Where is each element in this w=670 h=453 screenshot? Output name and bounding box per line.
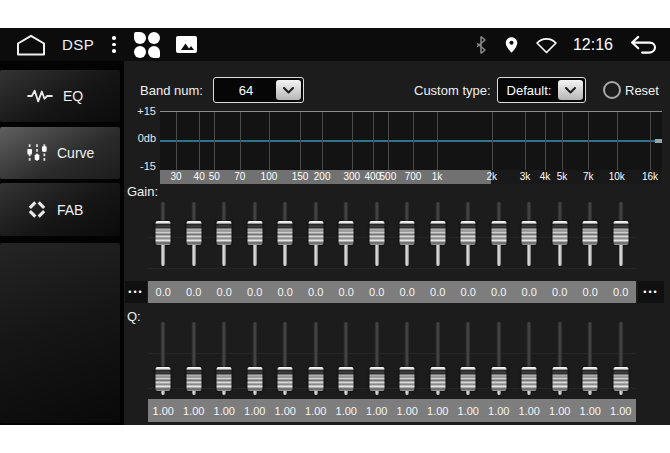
slider-thumb[interactable]: [308, 367, 323, 391]
slider-thumb[interactable]: [522, 367, 537, 391]
gain-slider[interactable]: [392, 200, 423, 268]
slider-thumb[interactable]: [430, 367, 445, 391]
q-slider[interactable]: [423, 320, 454, 395]
slider-thumb[interactable]: [339, 221, 354, 245]
slider-track-upper: [557, 322, 562, 368]
gallery-icon[interactable]: [176, 36, 197, 53]
q-slider[interactable]: [545, 320, 576, 395]
q-slider[interactable]: [270, 320, 301, 395]
slider-track-upper: [405, 322, 410, 368]
slider-track-upper: [405, 202, 410, 222]
slider-track-lower: [619, 245, 623, 266]
slider-thumb[interactable]: [491, 367, 506, 391]
q-slider[interactable]: [484, 320, 515, 395]
gain-slider[interactable]: [423, 200, 454, 268]
slider-thumb[interactable]: [278, 221, 293, 245]
gain-slider[interactable]: [575, 200, 606, 268]
gain-slider[interactable]: [362, 200, 393, 268]
gain-slider[interactable]: [270, 200, 301, 268]
q-section-label: Q:: [127, 309, 141, 324]
gain-slider[interactable]: [148, 200, 179, 268]
q-slider[interactable]: [331, 320, 362, 395]
band-num-dropdown[interactable]: 64: [213, 77, 304, 103]
gain-slider[interactable]: [514, 200, 545, 268]
slider-thumb[interactable]: [461, 367, 476, 391]
reset-radio[interactable]: [603, 81, 621, 99]
q-slider[interactable]: [514, 320, 545, 395]
slider-track-lower: [192, 391, 196, 395]
freq-tick-label: 70: [234, 171, 245, 182]
gain-value: 0.0: [453, 281, 484, 303]
gain-more-right-button[interactable]: •••: [638, 281, 664, 303]
home-icon[interactable]: [16, 34, 46, 56]
reset-label[interactable]: Reset: [625, 83, 659, 98]
gain-slider[interactable]: [240, 200, 271, 268]
location-pin-icon[interactable]: [503, 35, 520, 55]
slider-thumb[interactable]: [156, 221, 171, 245]
gain-slider[interactable]: [179, 200, 210, 268]
slider-thumb[interactable]: [613, 367, 628, 391]
sidebar-item-eq[interactable]: EQ: [0, 70, 120, 122]
slider-track-lower: [161, 245, 165, 266]
freq-tick-label: 1k: [432, 171, 443, 182]
bluetooth-icon[interactable]: [474, 35, 488, 55]
gain-more-left-button[interactable]: •••: [125, 281, 147, 303]
gain-value: 0.0: [331, 281, 362, 303]
gain-slider[interactable]: [606, 200, 637, 268]
slider-thumb[interactable]: [583, 367, 598, 391]
q-slider[interactable]: [453, 320, 484, 395]
slider-thumb[interactable]: [186, 221, 201, 245]
q-slider[interactable]: [179, 320, 210, 395]
gain-slider[interactable]: [545, 200, 576, 268]
slider-thumb[interactable]: [613, 221, 628, 245]
apps-clover-icon[interactable]: [134, 32, 160, 58]
sidebar-item-curve[interactable]: Curve: [0, 127, 120, 179]
q-slider[interactable]: [362, 320, 393, 395]
grid-line: [300, 112, 301, 171]
slider-thumb[interactable]: [217, 367, 232, 391]
freq-tick-label: 10k: [609, 171, 625, 182]
slider-thumb[interactable]: [247, 367, 262, 391]
q-slider[interactable]: [575, 320, 606, 395]
custom-type-dropdown[interactable]: Default:: [497, 77, 586, 103]
gain-slider[interactable]: [209, 200, 240, 268]
slider-thumb[interactable]: [156, 367, 171, 391]
slider-thumb[interactable]: [400, 367, 415, 391]
q-slider[interactable]: [301, 320, 332, 395]
slider-thumb[interactable]: [552, 221, 567, 245]
slider-thumb[interactable]: [369, 221, 384, 245]
slider-thumb[interactable]: [278, 367, 293, 391]
q-slider[interactable]: [148, 320, 179, 395]
slider-thumb[interactable]: [186, 367, 201, 391]
slider-thumb[interactable]: [583, 221, 598, 245]
slider-thumb[interactable]: [491, 221, 506, 245]
q-slider[interactable]: [209, 320, 240, 395]
slider-thumb[interactable]: [430, 221, 445, 245]
chevron-down-icon[interactable]: [276, 80, 301, 100]
back-return-icon[interactable]: [628, 34, 660, 55]
slider-thumb[interactable]: [400, 221, 415, 245]
slider-thumb[interactable]: [369, 367, 384, 391]
q-value: 1.00: [209, 399, 240, 422]
q-slider[interactable]: [240, 320, 271, 395]
sidebar-item-fab[interactable]: FAB: [0, 183, 120, 236]
q-slider[interactable]: [606, 320, 637, 395]
slider-track-upper: [191, 202, 196, 222]
slider-thumb[interactable]: [552, 367, 567, 391]
slider-thumb[interactable]: [522, 221, 537, 245]
slider-thumb[interactable]: [461, 221, 476, 245]
gain-slider[interactable]: [484, 200, 515, 268]
chevron-down-icon[interactable]: [558, 80, 583, 100]
eq-response-plot[interactable]: [160, 111, 662, 171]
slider-thumb[interactable]: [339, 367, 354, 391]
slider-thumb[interactable]: [217, 221, 232, 245]
slider-thumb[interactable]: [247, 221, 262, 245]
gain-slider[interactable]: [301, 200, 332, 268]
gain-slider[interactable]: [453, 200, 484, 268]
overflow-menu-icon[interactable]: [110, 34, 118, 55]
slider-thumb[interactable]: [308, 221, 323, 245]
slider-track-lower: [283, 391, 287, 395]
q-slider[interactable]: [392, 320, 423, 395]
gain-slider[interactable]: [331, 200, 362, 268]
wifi-icon[interactable]: [535, 36, 558, 54]
